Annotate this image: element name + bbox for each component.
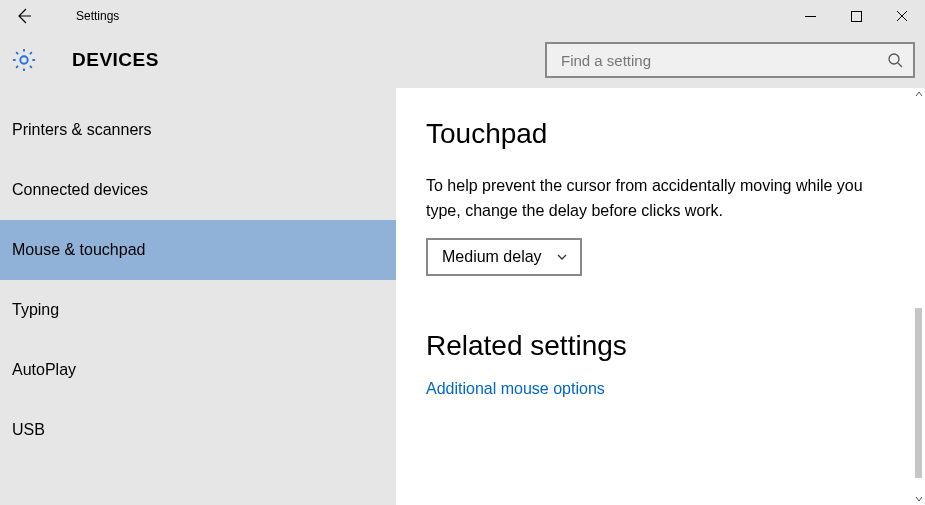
sidebar-item-autoplay[interactable]: AutoPlay (0, 340, 396, 400)
maximize-button[interactable] (833, 0, 879, 32)
search-box[interactable] (545, 42, 915, 78)
dropdown-selected-value: Medium delay (442, 248, 542, 266)
arrow-left-icon (15, 7, 33, 25)
sidebar-item-label: Mouse & touchpad (12, 241, 145, 259)
category-title: DEVICES (48, 49, 159, 71)
scroll-up-button[interactable] (913, 88, 925, 100)
minimize-icon (805, 11, 816, 22)
sidebar-item-label: Typing (12, 301, 59, 319)
svg-point-1 (20, 56, 27, 63)
scroll-down-button[interactable] (913, 493, 925, 505)
search-icon (887, 52, 903, 68)
back-button[interactable] (0, 0, 48, 32)
sidebar-item-mouse-touchpad[interactable]: Mouse & touchpad (0, 220, 396, 280)
minimize-button[interactable] (787, 0, 833, 32)
additional-mouse-options-link[interactable]: Additional mouse options (426, 380, 895, 398)
maximize-icon (851, 11, 862, 22)
sidebar-item-label: Connected devices (12, 181, 148, 199)
sidebar-item-printers[interactable]: Printers & scanners (0, 100, 396, 160)
titlebar: Settings (0, 0, 925, 32)
close-icon (896, 10, 908, 22)
scroll-thumb[interactable] (915, 308, 922, 478)
section-heading-related: Related settings (426, 330, 895, 362)
delay-dropdown[interactable]: Medium delay (426, 238, 582, 276)
close-button[interactable] (879, 0, 925, 32)
sidebar: Printers & scanners Connected devices Mo… (0, 88, 396, 505)
chevron-up-icon (915, 91, 923, 97)
sidebar-item-label: USB (12, 421, 45, 439)
chevron-down-icon (556, 251, 568, 263)
sidebar-item-typing[interactable]: Typing (0, 280, 396, 340)
section-heading-touchpad: Touchpad (426, 118, 895, 150)
chevron-down-icon (915, 496, 923, 502)
search-input[interactable] (559, 51, 887, 70)
content-pane: Touchpad To help prevent the cursor from… (396, 88, 925, 505)
sidebar-item-connected-devices[interactable]: Connected devices (0, 160, 396, 220)
sidebar-item-label: AutoPlay (12, 361, 76, 379)
svg-point-2 (889, 54, 899, 64)
sidebar-item-usb[interactable]: USB (0, 400, 396, 460)
window-title: Settings (48, 9, 119, 23)
touchpad-description: To help prevent the cursor from accident… (426, 174, 866, 224)
gear-icon (10, 46, 38, 74)
header: DEVICES (0, 32, 925, 88)
svg-rect-0 (851, 11, 861, 21)
sidebar-item-label: Printers & scanners (12, 121, 152, 139)
scrollbar[interactable] (913, 88, 925, 505)
